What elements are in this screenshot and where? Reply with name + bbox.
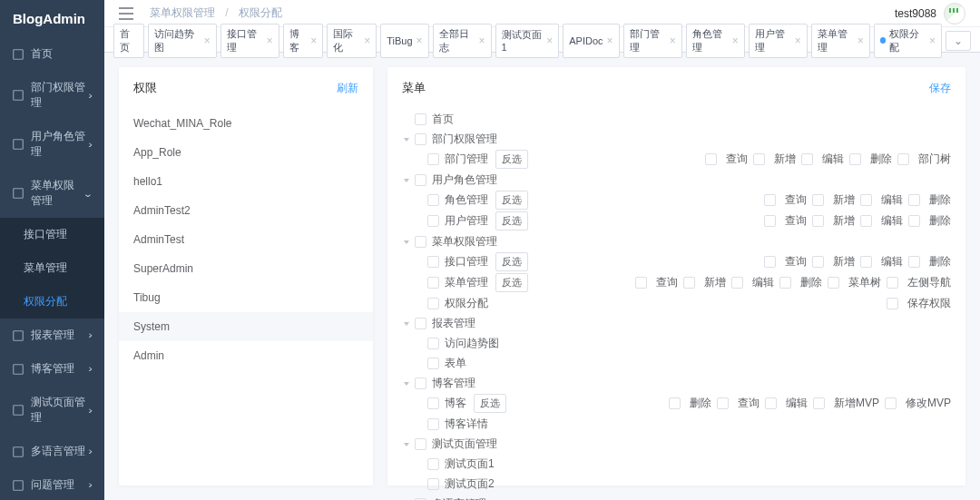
close-icon[interactable]: × — [364, 35, 370, 46]
checkbox[interactable] — [764, 215, 776, 227]
checkbox[interactable] — [427, 215, 439, 227]
role-item[interactable]: Admin — [119, 341, 373, 370]
role-item[interactable]: AdminTest2 — [119, 196, 373, 225]
tree-label[interactable]: 部门管理 — [445, 152, 488, 167]
tree-label[interactable]: 博客管理 — [432, 376, 475, 391]
checkbox[interactable] — [908, 194, 920, 206]
caret-down-icon[interactable]: ▼ — [402, 177, 411, 183]
tree-action[interactable]: 删除 — [908, 192, 951, 208]
sidebar-item[interactable]: 问题管理› — [0, 468, 104, 500]
checkbox[interactable] — [887, 298, 898, 309]
checkbox[interactable] — [415, 377, 426, 389]
tree-label[interactable]: 报表管理 — [432, 316, 475, 331]
tree-action[interactable]: 删除 — [908, 213, 951, 229]
checkbox[interactable] — [427, 478, 439, 490]
tree-action[interactable]: 查询 — [764, 192, 807, 208]
tree-action[interactable]: 菜单树 — [828, 275, 881, 290]
close-icon[interactable]: × — [546, 35, 553, 46]
checkbox[interactable] — [885, 397, 897, 409]
sidebar-subitem[interactable]: 接口管理 — [0, 218, 104, 251]
checkbox[interactable] — [897, 153, 909, 165]
checkbox[interactable] — [887, 277, 898, 289]
checkbox[interactable] — [427, 418, 439, 430]
close-icon[interactable]: × — [732, 35, 739, 46]
tree-action[interactable]: 部门树 — [897, 152, 951, 167]
tree-label[interactable]: 部门权限管理 — [432, 132, 497, 147]
invert-button[interactable]: 反选 — [495, 273, 528, 292]
role-item[interactable]: SuperAdmin — [119, 254, 373, 283]
close-icon[interactable]: × — [607, 35, 613, 46]
tree-label[interactable]: 测试页面2 — [445, 476, 495, 492]
refresh-button[interactable]: 刷新 — [337, 81, 358, 96]
tree-label[interactable]: 首页 — [432, 112, 454, 127]
checkbox[interactable] — [427, 338, 439, 349]
sidebar-item[interactable]: 菜单权限管理⌄ — [0, 169, 104, 218]
tree-action[interactable]: 查询 — [764, 213, 807, 229]
tree-action[interactable]: 编辑 — [860, 192, 903, 208]
checkbox[interactable] — [415, 438, 426, 450]
sidebar-item[interactable]: 报表管理› — [0, 319, 104, 352]
tree-action[interactable]: 新增 — [812, 213, 855, 229]
close-icon[interactable]: × — [416, 35, 423, 46]
role-item[interactable]: App_Role — [119, 138, 373, 167]
checkbox[interactable] — [764, 256, 776, 268]
invert-button[interactable]: 反选 — [495, 211, 528, 230]
close-icon[interactable]: × — [204, 35, 211, 46]
checkbox[interactable] — [683, 277, 695, 289]
checkbox[interactable] — [764, 194, 776, 206]
checkbox[interactable] — [415, 174, 426, 186]
checkbox[interactable] — [635, 277, 647, 289]
caret-down-icon[interactable]: ▼ — [402, 239, 411, 245]
caret-down-icon[interactable]: ▼ — [402, 320, 411, 327]
checkbox[interactable] — [779, 277, 791, 289]
tree-action[interactable]: 查询 — [717, 396, 760, 411]
tree-action[interactable]: 编辑 — [801, 152, 844, 167]
checkbox[interactable] — [427, 194, 439, 206]
invert-button[interactable]: 反选 — [495, 150, 528, 169]
checkbox[interactable] — [828, 277, 839, 289]
checkbox[interactable] — [731, 277, 743, 289]
role-item[interactable]: hello1 — [119, 167, 373, 196]
tree-action[interactable]: 左侧导航 — [887, 275, 951, 290]
tree-label[interactable]: 测试页面1 — [445, 456, 495, 472]
close-icon[interactable]: × — [670, 35, 676, 46]
save-button[interactable]: 保存 — [929, 81, 951, 96]
sidebar-item[interactable]: 测试页面管理› — [0, 386, 104, 435]
close-icon[interactable]: × — [267, 35, 273, 46]
avatar[interactable] — [944, 3, 965, 25]
hamburger-icon[interactable] — [119, 7, 133, 20]
invert-button[interactable]: 反选 — [495, 252, 528, 271]
checkbox[interactable] — [765, 397, 777, 409]
tree-action[interactable]: 删除 — [908, 254, 951, 270]
checkbox[interactable] — [427, 298, 439, 309]
checkbox[interactable] — [415, 133, 426, 145]
tree-action[interactable]: 查询 — [764, 254, 807, 270]
checkbox[interactable] — [860, 194, 872, 206]
tabs-dropdown[interactable]: ⌄ — [946, 31, 971, 51]
close-icon[interactable]: × — [795, 35, 801, 46]
role-item[interactable]: System — [119, 312, 373, 341]
tree-label[interactable]: 博客详情 — [445, 417, 488, 432]
tree-label[interactable]: 用户管理 — [445, 213, 488, 229]
checkbox[interactable] — [427, 256, 439, 268]
sidebar-subitem[interactable]: 菜单管理 — [0, 251, 104, 285]
role-item[interactable]: Wechat_MINA_Role — [119, 109, 373, 138]
tree-action[interactable]: 新增 — [812, 254, 855, 270]
tree-action[interactable]: 编辑 — [860, 213, 903, 229]
checkbox[interactable] — [753, 153, 765, 165]
caret-down-icon[interactable]: ▼ — [402, 380, 411, 387]
tree-action[interactable]: 保存权限 — [887, 296, 951, 311]
checkbox[interactable] — [813, 397, 825, 409]
checkbox[interactable] — [849, 153, 861, 165]
checkbox[interactable] — [415, 113, 426, 125]
tree-label[interactable]: 访问趋势图 — [445, 336, 499, 351]
checkbox[interactable] — [908, 256, 920, 268]
checkbox[interactable] — [669, 397, 681, 409]
tree-label[interactable]: 权限分配 — [445, 296, 488, 311]
caret-down-icon[interactable]: ▼ — [402, 136, 411, 142]
close-icon[interactable]: × — [858, 35, 864, 46]
checkbox[interactable] — [860, 215, 872, 227]
close-icon[interactable]: × — [479, 35, 485, 46]
checkbox[interactable] — [812, 194, 824, 206]
tree-label[interactable]: 角色管理 — [445, 192, 488, 208]
